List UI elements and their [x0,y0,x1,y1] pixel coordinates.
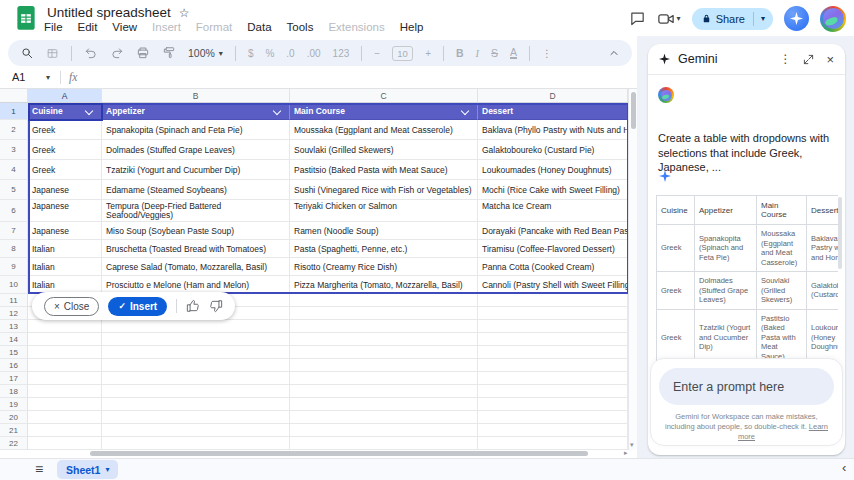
cell-C17[interactable] [290,372,478,385]
column-header-A[interactable]: A [28,89,102,103]
cell-A6[interactable]: Japanese [28,200,102,222]
menu-format[interactable]: Format [196,21,232,33]
column-header-B[interactable]: B [102,89,290,103]
close-panel-icon[interactable]: × [826,52,834,67]
row-header-11[interactable]: 11 [0,294,28,307]
vertical-scrollbar[interactable]: ▾ [628,89,637,450]
cell-C7[interactable]: Ramen (Noodle Soup) [290,222,478,240]
share-button[interactable]: Share ▾ [692,8,773,30]
cell-A15[interactable] [28,346,102,359]
insert-button[interactable]: ✓ Insert [108,297,167,316]
row-header-3[interactable]: 3 [0,140,28,160]
row-header-19[interactable]: 19 [0,398,28,411]
cell-B8[interactable]: Bruschetta (Toasted Bread with Tomatoes) [102,240,290,258]
cell-C13[interactable] [290,320,478,333]
hide-menus-icon[interactable] [608,47,620,59]
cell-D9[interactable]: Panna Cotta (Cooked Cream) [478,258,628,276]
row-header-16[interactable]: 16 [0,359,28,372]
row-header-1[interactable]: 1 [0,103,28,120]
cell-D17[interactable] [478,372,628,385]
all-sheets-icon[interactable]: ≡ [35,461,43,477]
menu-data[interactable]: Data [247,21,271,33]
cell-C10[interactable]: Pizza Margherita (Tomato, Mozzarella, Ba… [290,276,478,294]
column-header-D[interactable]: D [478,89,628,103]
document-title[interactable]: Untitled spreadsheet [47,5,171,20]
cell-B16[interactable] [102,359,290,372]
italic-button[interactable]: I [476,48,480,59]
row-header-5[interactable]: 5 [0,180,28,200]
cell-D20[interactable] [478,411,628,424]
cell-C3[interactable]: Souvlaki (Grilled Skewers) [290,140,478,160]
cell-A5[interactable]: Japanese [28,180,102,200]
cell-C20[interactable] [290,411,478,424]
cell-A20[interactable] [28,411,102,424]
row-header-6[interactable]: 6 [0,200,28,222]
paint-format-icon[interactable] [162,46,176,60]
cell-A16[interactable] [28,359,102,372]
cell-A4[interactable]: Greek [28,160,102,180]
cell-A9[interactable]: Italian [28,258,102,276]
cell-D16[interactable] [478,359,628,372]
row-header-9[interactable]: 9 [0,258,28,276]
dropdown-chevron-icon[interactable] [461,107,469,115]
share-dropdown-button[interactable]: ▾ [758,14,768,23]
row-header-4[interactable]: 4 [0,160,28,180]
more-options-icon[interactable]: ⋮ [779,52,791,66]
cell-B22[interactable] [102,437,290,450]
cell-A17[interactable] [28,372,102,385]
more-formats-button[interactable]: 123 [333,48,350,59]
select-all-corner[interactable] [0,89,28,103]
cell-B20[interactable] [102,411,290,424]
cell-A22[interactable] [28,437,102,450]
cell-D8[interactable]: Tiramisu (Coffee-Flavored Dessert) [478,240,628,258]
search-icon[interactable] [20,46,34,60]
sheet-tab-sheet1[interactable]: Sheet1 ▾ [57,460,118,479]
text-color-button[interactable]: A [510,47,517,59]
cell-C8[interactable]: Pasta (Spaghetti, Penne, etc.) [290,240,478,258]
menu-edit[interactable]: Edit [78,21,98,33]
thumbs-down-icon[interactable] [209,299,223,313]
cell-A7[interactable]: Japanese [28,222,102,240]
cell-C2[interactable]: Moussaka (Eggplant and Meat Casserole) [290,120,478,140]
column-header-C[interactable]: C [290,89,478,103]
zoom-control[interactable]: 100% ▾ [188,47,223,59]
gemini-button[interactable] [784,6,809,31]
cell-C16[interactable] [290,359,478,372]
cell-C22[interactable] [290,437,478,450]
format-percent-button[interactable]: % [265,48,274,59]
menu-help[interactable]: Help [400,21,424,33]
cell-A8[interactable]: Italian [28,240,102,258]
sheets-logo-icon[interactable] [13,5,39,32]
row-header-22[interactable]: 22 [0,437,28,450]
panel-scrollbar-thumb[interactable] [838,197,842,269]
horizontal-scrollbar-thumb[interactable] [90,451,588,456]
row-header-21[interactable]: 21 [0,424,28,437]
decrease-font-size-button[interactable]: − [374,48,380,59]
filter-views-icon[interactable] [46,47,59,60]
cell-A18[interactable] [28,385,102,398]
cell-B21[interactable] [102,424,290,437]
header-cell-dessert[interactable]: Dessert [478,103,628,120]
prompt-input[interactable] [673,380,820,394]
cell-B6[interactable]: Tempura (Deep-Fried Battered Seafood/Veg… [102,200,290,222]
cell-B3[interactable]: Dolmades (Stuffed Grape Leaves) [102,140,290,160]
cell-B9[interactable]: Caprese Salad (Tomato, Mozzarella, Basil… [102,258,290,276]
increase-font-size-button[interactable]: + [425,48,431,59]
row-header-10[interactable]: 10 [0,276,28,294]
cell-B13[interactable] [102,320,290,333]
menu-tools[interactable]: Tools [287,21,314,33]
cell-D6[interactable]: Matcha Ice Cream [478,200,628,222]
cell-D10[interactable]: Cannoli (Pastry Shell with Sweet Filling… [478,276,628,294]
thumbs-up-icon[interactable] [186,299,200,313]
cell-D2[interactable]: Baklava (Phyllo Pastry with Nuts and Hon… [478,120,628,140]
horizontal-scrollbar[interactable]: ▸ [0,450,637,458]
menu-file[interactable]: File [44,21,63,33]
cell-D21[interactable] [478,424,628,437]
cell-D22[interactable] [478,437,628,450]
cell-A14[interactable] [28,333,102,346]
cell-D15[interactable] [478,346,628,359]
cell-D3[interactable]: Galaktoboureko (Custard Pie) [478,140,628,160]
cell-C21[interactable] [290,424,478,437]
menu-view[interactable]: View [112,21,137,33]
decrease-decimal-button[interactable]: .0 [286,48,294,59]
